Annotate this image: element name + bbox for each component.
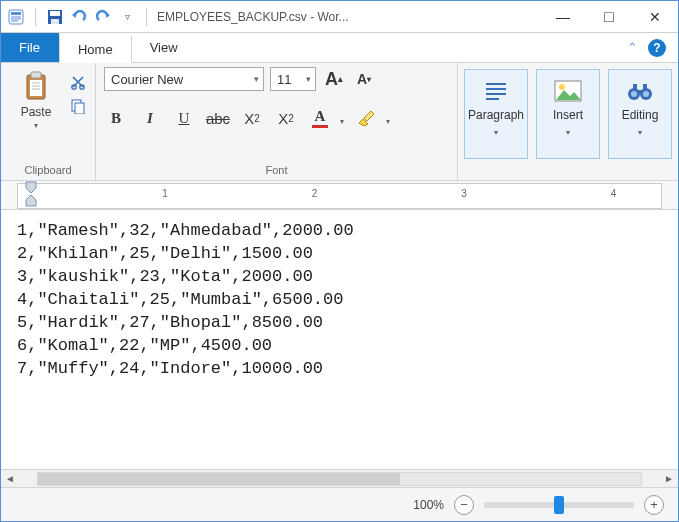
shrink-font-button[interactable]: A▾ bbox=[352, 68, 376, 90]
subscript-x: X bbox=[244, 110, 254, 127]
ruler-mark: 4 bbox=[611, 188, 617, 199]
svg-point-23 bbox=[559, 84, 565, 90]
subscript-2: 2 bbox=[254, 113, 260, 124]
horizontal-scrollbar[interactable]: ◄ ► bbox=[1, 469, 678, 487]
highlight-button[interactable] bbox=[354, 107, 378, 129]
qat-customize-icon[interactable]: ▿ bbox=[118, 8, 136, 26]
italic-button[interactable]: I bbox=[138, 107, 162, 129]
svg-rect-28 bbox=[633, 84, 637, 89]
font-size-combo[interactable]: 11 ▾ bbox=[270, 67, 316, 91]
undo-icon[interactable] bbox=[70, 8, 88, 26]
font-family-combo[interactable]: Courier New ▾ bbox=[104, 67, 264, 91]
zoom-slider[interactable] bbox=[484, 502, 634, 508]
zoom-slider-thumb[interactable] bbox=[554, 496, 564, 514]
dropdown-caret-icon: ▾ bbox=[494, 128, 498, 137]
dropdown-caret-icon[interactable]: ▾ bbox=[386, 117, 390, 129]
document-text[interactable]: 1,"Ramesh",32,"Ahmedabad",2000.00 2,"Khi… bbox=[17, 220, 662, 381]
paste-label: Paste bbox=[21, 105, 52, 119]
svg-point-27 bbox=[643, 91, 649, 97]
collapse-ribbon-icon[interactable]: ⌃ bbox=[627, 40, 638, 55]
help-icon[interactable]: ? bbox=[648, 39, 666, 57]
group-right: Paragraph ▾ Insert ▾ Editing ▾ bbox=[458, 63, 678, 180]
svg-rect-9 bbox=[31, 72, 41, 78]
ruler[interactable]: 1 2 3 4 bbox=[1, 181, 678, 210]
redo-icon[interactable] bbox=[94, 8, 112, 26]
paragraph-icon bbox=[480, 78, 512, 104]
binoculars-icon bbox=[624, 78, 656, 104]
window-controls: — □ ✕ bbox=[540, 1, 678, 33]
paragraph-button[interactable]: Paragraph ▾ bbox=[464, 69, 528, 159]
grow-font-button[interactable]: A▴ bbox=[322, 68, 346, 90]
paragraph-label: Paragraph bbox=[468, 108, 524, 122]
caret-up-icon: ▴ bbox=[338, 74, 343, 84]
superscript-button[interactable]: X2 bbox=[274, 107, 298, 129]
bold-button[interactable]: B bbox=[104, 107, 128, 129]
superscript-x: X bbox=[278, 110, 288, 127]
document-area[interactable]: 1,"Ramesh",32,"Ahmedabad",2000.00 2,"Khi… bbox=[1, 210, 678, 469]
svg-rect-29 bbox=[643, 84, 647, 89]
status-bar: 100% − + bbox=[1, 487, 678, 521]
paste-icon bbox=[20, 71, 52, 103]
dropdown-caret-icon[interactable]: ▾ bbox=[340, 117, 344, 129]
tab-file[interactable]: File bbox=[1, 33, 59, 62]
cut-icon[interactable] bbox=[69, 73, 87, 91]
scroll-left-icon[interactable]: ◄ bbox=[1, 470, 19, 488]
group-font: Courier New ▾ 11 ▾ A▴ A▾ B bbox=[96, 63, 458, 180]
svg-rect-30 bbox=[637, 90, 643, 93]
insert-button[interactable]: Insert ▾ bbox=[536, 69, 600, 159]
copy-icon[interactable] bbox=[69, 97, 87, 115]
tab-right-controls: ⌃ ? bbox=[615, 33, 678, 62]
dropdown-caret-icon: ▾ bbox=[34, 121, 38, 130]
separator bbox=[146, 8, 147, 26]
group-clipboard-label: Clipboard bbox=[9, 162, 87, 178]
svg-rect-10 bbox=[30, 80, 42, 96]
dropdown-caret-icon: ▾ bbox=[300, 74, 311, 84]
tab-home[interactable]: Home bbox=[59, 34, 132, 63]
font-color-A: A bbox=[315, 108, 326, 125]
shrink-font-label: A bbox=[357, 71, 367, 87]
app-icon bbox=[7, 8, 25, 26]
maximize-button[interactable]: □ bbox=[586, 1, 632, 33]
ribbon: Paste ▾ Clipboard Courier bbox=[1, 63, 678, 181]
dropdown-caret-icon: ▾ bbox=[566, 128, 570, 137]
zoom-in-button[interactable]: + bbox=[644, 495, 664, 515]
ruler-mark: 3 bbox=[461, 188, 467, 199]
picture-icon bbox=[552, 78, 584, 104]
paste-button[interactable]: Paste ▾ bbox=[9, 67, 63, 134]
app-window: ▿ EMPLOYEES_BACKUP.csv - Wor... — □ ✕ Fi… bbox=[0, 0, 679, 522]
group-font-label: Font bbox=[104, 162, 449, 178]
dropdown-caret-icon: ▾ bbox=[638, 128, 642, 137]
scrollbar-thumb[interactable] bbox=[38, 473, 400, 485]
close-button[interactable]: ✕ bbox=[632, 1, 678, 33]
font-color-button[interactable]: A bbox=[308, 107, 332, 129]
minimize-button[interactable]: — bbox=[540, 1, 586, 33]
scrollbar-track[interactable] bbox=[37, 472, 642, 486]
underline-button[interactable]: U bbox=[172, 107, 196, 129]
caret-down-icon: ▾ bbox=[367, 75, 371, 84]
font-size-value: 11 bbox=[277, 72, 291, 87]
svg-point-26 bbox=[631, 91, 637, 97]
superscript-2: 2 bbox=[288, 113, 294, 124]
svg-rect-6 bbox=[50, 11, 60, 16]
svg-rect-1 bbox=[11, 12, 21, 15]
svg-rect-17 bbox=[75, 103, 84, 114]
ruler-mark: 1 bbox=[162, 188, 168, 199]
tab-view[interactable]: View bbox=[132, 33, 197, 62]
zoom-label: 100% bbox=[413, 498, 444, 512]
svg-rect-7 bbox=[51, 19, 59, 24]
dropdown-caret-icon: ▾ bbox=[248, 74, 259, 84]
zoom-out-button[interactable]: − bbox=[454, 495, 474, 515]
window-title: EMPLOYEES_BACKUP.csv - Wor... bbox=[157, 10, 349, 24]
subscript-button[interactable]: X2 bbox=[240, 107, 264, 129]
grow-font-label: A bbox=[325, 69, 338, 90]
scroll-right-icon[interactable]: ► bbox=[660, 470, 678, 488]
strikethrough-button[interactable]: abc bbox=[206, 107, 230, 129]
group-clipboard: Paste ▾ Clipboard bbox=[1, 63, 96, 180]
save-icon[interactable] bbox=[46, 8, 64, 26]
ruler-mark: 2 bbox=[312, 188, 318, 199]
editing-label: Editing bbox=[622, 108, 659, 122]
font-family-value: Courier New bbox=[111, 72, 183, 87]
editing-button[interactable]: Editing ▾ bbox=[608, 69, 672, 159]
titlebar: ▿ EMPLOYEES_BACKUP.csv - Wor... — □ ✕ bbox=[1, 1, 678, 33]
ruler-scale: 1 2 3 4 bbox=[28, 188, 651, 206]
